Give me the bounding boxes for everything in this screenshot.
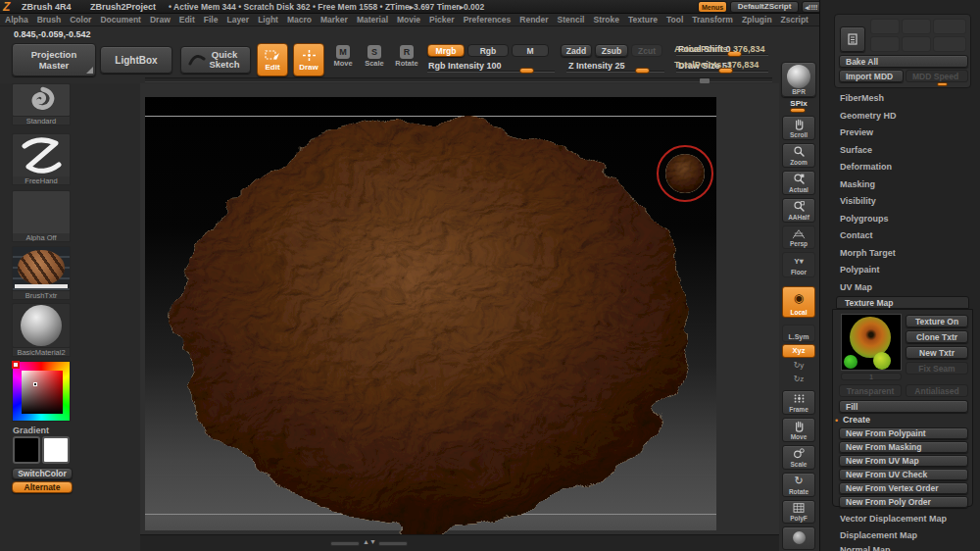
section-uv-map[interactable]: UV Map bbox=[840, 282, 872, 292]
menu-document[interactable]: Document bbox=[100, 15, 141, 25]
texture-map-thumbnail[interactable] bbox=[841, 314, 902, 371]
menu-stencil[interactable]: Stencil bbox=[558, 15, 585, 25]
gradient-label[interactable]: Gradient bbox=[13, 426, 49, 435]
menu-draw[interactable]: Draw bbox=[150, 15, 171, 25]
new-from-uv-map-button[interactable]: New From UV Map bbox=[839, 455, 968, 467]
main-color-swatch[interactable] bbox=[13, 436, 40, 464]
texture-map-header[interactable]: Texture Map bbox=[836, 296, 969, 309]
menu-texture[interactable]: Texture bbox=[628, 15, 658, 25]
menu-marker[interactable]: Marker bbox=[320, 15, 348, 25]
brush-cursor-ring[interactable] bbox=[657, 145, 713, 202]
menus-button[interactable]: Menus bbox=[698, 1, 727, 13]
divider-bar-left[interactable] bbox=[330, 541, 360, 546]
divider-bar-right[interactable] bbox=[378, 541, 408, 546]
new-from-masking-button[interactable]: New From Masking bbox=[839, 441, 968, 453]
xyz-button[interactable]: Xyz bbox=[782, 344, 815, 358]
m-button[interactable]: M bbox=[512, 44, 549, 57]
spix-slider[interactable]: SPix bbox=[781, 99, 816, 108]
section-normal-map[interactable]: Normal Map bbox=[840, 545, 891, 551]
move-3d-button[interactable]: Move bbox=[782, 418, 815, 442]
texture-on-button[interactable]: Texture On bbox=[906, 315, 968, 327]
focal-shift-track[interactable] bbox=[676, 54, 768, 56]
section-deformation[interactable]: Deformation bbox=[840, 162, 892, 172]
menu-file[interactable]: File bbox=[204, 15, 219, 25]
menu-transform[interactable]: Transform bbox=[692, 15, 733, 25]
scale-3d-button[interactable]: Scale bbox=[782, 445, 815, 470]
rgb-intensity-slider[interactable]: Rgb Intensity 100 bbox=[428, 61, 502, 71]
rotate-3d-button[interactable]: ↻ Rotate bbox=[782, 473, 815, 497]
lightbox-button[interactable]: LightBox bbox=[100, 46, 172, 74]
bake-all-button[interactable]: Bake All bbox=[839, 55, 968, 68]
section-geometry-hd[interactable]: Geometry HD bbox=[840, 111, 897, 121]
mrgb-button[interactable]: Mrgb bbox=[427, 44, 465, 57]
section-displacement-map[interactable]: Displacement Map bbox=[840, 530, 917, 540]
rotate-button[interactable]: R Rotate bbox=[393, 45, 420, 76]
persp-button[interactable]: Persp bbox=[782, 225, 815, 249]
zsub-button[interactable]: Zsub bbox=[595, 44, 628, 57]
default-zscript-button[interactable]: DefaultZScript bbox=[730, 1, 799, 13]
z-intensity-track[interactable] bbox=[566, 71, 664, 73]
alternate-button[interactable]: Alternate bbox=[12, 481, 73, 493]
actual-button[interactable]: Actual bbox=[782, 171, 815, 195]
menu-picker[interactable]: Picker bbox=[429, 15, 455, 25]
projection-master-button[interactable]: Projection Master bbox=[12, 43, 96, 76]
section-polygroups[interactable]: Polygroups bbox=[840, 214, 889, 224]
lsym-button[interactable]: L.Sym bbox=[782, 325, 815, 342]
material-thumbnail[interactable] bbox=[12, 303, 71, 348]
bpr-render-button[interactable]: BPR bbox=[781, 62, 816, 97]
spix-handle[interactable] bbox=[790, 108, 806, 113]
section-masking[interactable]: Masking bbox=[840, 179, 875, 189]
scroll-button[interactable]: Scroll bbox=[782, 116, 815, 140]
menu-edit[interactable]: Edit bbox=[179, 15, 195, 25]
local-button[interactable]: ◉ Local bbox=[782, 286, 815, 318]
scale-button[interactable]: S Scale bbox=[362, 45, 387, 76]
section-contact[interactable]: Contact bbox=[840, 230, 873, 240]
zadd-button[interactable]: Zadd bbox=[561, 44, 592, 57]
fill-button[interactable]: Fill bbox=[839, 400, 968, 413]
menu-color[interactable]: Color bbox=[70, 15, 91, 25]
rgb-intensity-track[interactable] bbox=[427, 71, 555, 73]
alpha-thumbnail-off[interactable] bbox=[12, 190, 71, 235]
rgb-button[interactable]: Rgb bbox=[467, 44, 509, 57]
texture-index-slider[interactable]: 1 bbox=[841, 373, 902, 380]
create-subsection[interactable]: Create bbox=[843, 415, 870, 425]
polyframe-button[interactable]: PolyF bbox=[782, 500, 815, 524]
section-vector-displacement-map[interactable]: Vector Displacement Map bbox=[840, 514, 947, 524]
menu-light[interactable]: Light bbox=[258, 15, 278, 25]
layer-record-button[interactable] bbox=[840, 26, 865, 52]
draw-button[interactable]: Draw bbox=[293, 43, 324, 76]
menu-render[interactable]: Render bbox=[519, 15, 548, 25]
floor-button[interactable]: Y▾ Floor bbox=[782, 252, 815, 277]
section-preview[interactable]: Preview bbox=[840, 127, 873, 137]
zoom-button[interactable]: Zoom bbox=[782, 143, 815, 168]
rgb-intensity-handle[interactable] bbox=[519, 68, 534, 74]
menu-zplugin[interactable]: Zplugin bbox=[742, 15, 772, 25]
quick-sketch-button[interactable]: Quick Sketch bbox=[180, 46, 251, 74]
menu-layer[interactable]: Layer bbox=[226, 15, 249, 25]
canvas-h-scrollbar[interactable] bbox=[145, 77, 772, 82]
z-intensity-handle[interactable] bbox=[635, 68, 650, 74]
menu-material[interactable]: Material bbox=[357, 15, 388, 25]
secondary-color-swatch[interactable] bbox=[42, 436, 70, 464]
color-picker[interactable] bbox=[12, 361, 71, 422]
menu-stroke[interactable]: Stroke bbox=[593, 15, 618, 25]
z-intensity-slider[interactable]: Z Intensity 25 bbox=[568, 61, 625, 71]
menu-tool[interactable]: Tool bbox=[666, 15, 683, 25]
document-canvas[interactable] bbox=[140, 83, 779, 534]
axis-z-icon[interactable]: ↻z bbox=[788, 375, 809, 387]
section-polypaint[interactable]: Polypaint bbox=[840, 265, 880, 275]
edit-button[interactable]: Edit bbox=[257, 43, 288, 76]
clone-txtr-button[interactable]: Clone Txtr bbox=[906, 330, 968, 343]
transp-button[interactable] bbox=[782, 526, 815, 550]
menu-macro[interactable]: Macro bbox=[287, 15, 312, 25]
stroke-thumbnail-freehand[interactable] bbox=[12, 133, 71, 178]
tray-collapse-left-icon[interactable]: ◂!!!! bbox=[802, 1, 821, 13]
menu-brush[interactable]: Brush bbox=[37, 15, 62, 25]
aahalf-button[interactable]: AAHalf bbox=[782, 198, 815, 223]
new-from-poly-order-button[interactable]: New From Poly Order bbox=[839, 496, 968, 508]
section-fibermesh[interactable]: FiberMesh bbox=[840, 93, 884, 103]
new-txtr-button[interactable]: New Txtr bbox=[906, 346, 968, 359]
menu-movie[interactable]: Movie bbox=[397, 15, 420, 25]
import-mdd-button[interactable]: Import MDD bbox=[839, 70, 904, 82]
move-button[interactable]: M Move bbox=[330, 45, 356, 76]
